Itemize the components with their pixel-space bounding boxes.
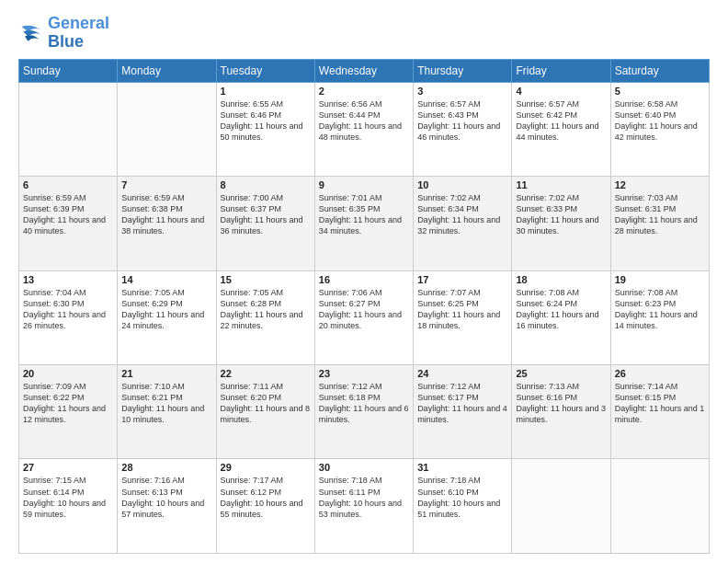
- calendar-cell: 2Sunrise: 6:56 AM Sunset: 6:44 PM Daylig…: [314, 82, 413, 176]
- calendar-cell: 8Sunrise: 7:00 AM Sunset: 6:37 PM Daylig…: [216, 177, 314, 270]
- day-number: 10: [417, 179, 507, 190]
- calendar-week-row: 6Sunrise: 6:59 AM Sunset: 6:39 PM Daylig…: [19, 177, 710, 270]
- calendar-cell: 21Sunrise: 7:10 AM Sunset: 6:21 PM Dayli…: [118, 365, 216, 459]
- calendar-cell: 1Sunrise: 6:55 AM Sunset: 6:46 PM Daylig…: [216, 82, 314, 176]
- day-info: Sunrise: 7:18 AM Sunset: 6:10 PM Dayligh…: [417, 475, 507, 520]
- day-info: Sunrise: 7:12 AM Sunset: 6:18 PM Dayligh…: [319, 381, 409, 426]
- day-number: 20: [23, 368, 113, 379]
- day-number: 19: [615, 274, 705, 285]
- day-info: Sunrise: 7:03 AM Sunset: 6:31 PM Dayligh…: [615, 192, 705, 237]
- calendar-day-header: Monday: [118, 59, 216, 82]
- day-number: 28: [121, 462, 211, 473]
- page: General Blue SundayMondayTuesdayWednesda…: [0, 0, 728, 563]
- day-info: Sunrise: 6:59 AM Sunset: 6:38 PM Dayligh…: [121, 192, 211, 237]
- day-number: 5: [615, 86, 705, 97]
- day-number: 3: [417, 86, 507, 97]
- calendar-cell: 10Sunrise: 7:02 AM Sunset: 6:34 PM Dayli…: [414, 177, 512, 270]
- calendar-cell: 25Sunrise: 7:13 AM Sunset: 6:16 PM Dayli…: [512, 365, 610, 459]
- header: General Blue: [18, 15, 710, 52]
- day-info: Sunrise: 7:05 AM Sunset: 6:28 PM Dayligh…: [221, 287, 311, 332]
- calendar-day-header: Saturday: [610, 59, 709, 82]
- calendar-cell: 30Sunrise: 7:18 AM Sunset: 6:11 PM Dayli…: [314, 459, 413, 554]
- day-number: 26: [615, 368, 705, 379]
- logo: General Blue: [18, 15, 109, 52]
- day-info: Sunrise: 7:08 AM Sunset: 6:24 PM Dayligh…: [516, 287, 606, 332]
- day-number: 25: [516, 368, 606, 379]
- calendar-cell: [19, 82, 118, 176]
- calendar-cell: 27Sunrise: 7:15 AM Sunset: 6:14 PM Dayli…: [19, 459, 118, 554]
- day-number: 17: [417, 274, 507, 285]
- calendar-cell: 26Sunrise: 7:14 AM Sunset: 6:15 PM Dayli…: [610, 365, 709, 459]
- calendar-cell: 12Sunrise: 7:03 AM Sunset: 6:31 PM Dayli…: [610, 177, 709, 270]
- day-number: 15: [221, 274, 311, 285]
- day-number: 29: [221, 462, 311, 473]
- calendar-day-header: Wednesday: [314, 59, 413, 82]
- day-info: Sunrise: 6:59 AM Sunset: 6:39 PM Dayligh…: [23, 192, 113, 237]
- calendar-cell: 16Sunrise: 7:06 AM Sunset: 6:27 PM Dayli…: [314, 270, 413, 364]
- day-number: 1: [221, 86, 311, 97]
- day-info: Sunrise: 7:00 AM Sunset: 6:37 PM Dayligh…: [221, 192, 311, 237]
- calendar-cell: 24Sunrise: 7:12 AM Sunset: 6:17 PM Dayli…: [414, 365, 512, 459]
- calendar-cell: 18Sunrise: 7:08 AM Sunset: 6:24 PM Dayli…: [512, 270, 610, 364]
- day-number: 9: [319, 179, 409, 190]
- day-info: Sunrise: 7:06 AM Sunset: 6:27 PM Dayligh…: [319, 287, 409, 332]
- calendar-cell: [512, 459, 610, 554]
- calendar-day-header: Friday: [512, 59, 610, 82]
- calendar-cell: 29Sunrise: 7:17 AM Sunset: 6:12 PM Dayli…: [216, 459, 314, 554]
- calendar-table: SundayMondayTuesdayWednesdayThursdayFrid…: [18, 59, 710, 554]
- logo-text: General Blue: [48, 15, 109, 52]
- calendar-cell: 19Sunrise: 7:08 AM Sunset: 6:23 PM Dayli…: [610, 270, 709, 364]
- day-info: Sunrise: 7:11 AM Sunset: 6:20 PM Dayligh…: [221, 381, 311, 426]
- day-number: 7: [121, 179, 211, 190]
- calendar-week-row: 13Sunrise: 7:04 AM Sunset: 6:30 PM Dayli…: [19, 270, 710, 364]
- calendar-cell: 14Sunrise: 7:05 AM Sunset: 6:29 PM Dayli…: [118, 270, 216, 364]
- calendar-header-row: SundayMondayTuesdayWednesdayThursdayFrid…: [19, 59, 710, 82]
- day-number: 14: [121, 274, 211, 285]
- calendar-cell: 13Sunrise: 7:04 AM Sunset: 6:30 PM Dayli…: [19, 270, 118, 364]
- calendar-week-row: 27Sunrise: 7:15 AM Sunset: 6:14 PM Dayli…: [19, 459, 710, 554]
- calendar-cell: 6Sunrise: 6:59 AM Sunset: 6:39 PM Daylig…: [19, 177, 118, 270]
- day-number: 6: [23, 179, 113, 190]
- day-info: Sunrise: 7:04 AM Sunset: 6:30 PM Dayligh…: [23, 287, 113, 332]
- day-number: 8: [221, 179, 311, 190]
- day-number: 2: [319, 86, 409, 97]
- day-info: Sunrise: 7:01 AM Sunset: 6:35 PM Dayligh…: [319, 192, 409, 237]
- day-info: Sunrise: 6:57 AM Sunset: 6:43 PM Dayligh…: [417, 98, 507, 144]
- day-info: Sunrise: 7:18 AM Sunset: 6:11 PM Dayligh…: [319, 475, 409, 520]
- calendar-cell: 7Sunrise: 6:59 AM Sunset: 6:38 PM Daylig…: [118, 177, 216, 270]
- calendar-cell: 28Sunrise: 7:16 AM Sunset: 6:13 PM Dayli…: [118, 459, 216, 554]
- calendar-cell: 11Sunrise: 7:02 AM Sunset: 6:33 PM Dayli…: [512, 177, 610, 270]
- day-number: 18: [516, 274, 606, 285]
- day-number: 22: [221, 368, 311, 379]
- day-number: 13: [23, 274, 113, 285]
- day-info: Sunrise: 6:57 AM Sunset: 6:42 PM Dayligh…: [516, 98, 606, 144]
- day-info: Sunrise: 7:09 AM Sunset: 6:22 PM Dayligh…: [23, 381, 113, 426]
- day-number: 16: [319, 274, 409, 285]
- day-info: Sunrise: 7:02 AM Sunset: 6:33 PM Dayligh…: [516, 192, 606, 237]
- calendar-cell: 23Sunrise: 7:12 AM Sunset: 6:18 PM Dayli…: [314, 365, 413, 459]
- calendar-day-header: Tuesday: [216, 59, 314, 82]
- day-info: Sunrise: 7:14 AM Sunset: 6:15 PM Dayligh…: [615, 381, 705, 426]
- calendar-week-row: 1Sunrise: 6:55 AM Sunset: 6:46 PM Daylig…: [19, 82, 710, 176]
- day-info: Sunrise: 7:02 AM Sunset: 6:34 PM Dayligh…: [417, 192, 507, 237]
- day-info: Sunrise: 6:58 AM Sunset: 6:40 PM Dayligh…: [615, 98, 705, 144]
- day-info: Sunrise: 6:56 AM Sunset: 6:44 PM Dayligh…: [319, 98, 409, 144]
- calendar-day-header: Thursday: [414, 59, 512, 82]
- calendar-cell: 4Sunrise: 6:57 AM Sunset: 6:42 PM Daylig…: [512, 82, 610, 176]
- calendar-cell: 31Sunrise: 7:18 AM Sunset: 6:10 PM Dayli…: [414, 459, 512, 554]
- calendar-cell: 3Sunrise: 6:57 AM Sunset: 6:43 PM Daylig…: [414, 82, 512, 176]
- calendar-cell: 20Sunrise: 7:09 AM Sunset: 6:22 PM Dayli…: [19, 365, 118, 459]
- day-number: 12: [615, 179, 705, 190]
- calendar-day-header: Sunday: [19, 59, 118, 82]
- calendar-cell: 5Sunrise: 6:58 AM Sunset: 6:40 PM Daylig…: [610, 82, 709, 176]
- calendar-cell: [118, 82, 216, 176]
- day-number: 27: [23, 462, 113, 473]
- calendar-cell: [610, 459, 709, 554]
- day-info: Sunrise: 7:13 AM Sunset: 6:16 PM Dayligh…: [516, 381, 606, 426]
- calendar-cell: 15Sunrise: 7:05 AM Sunset: 6:28 PM Dayli…: [216, 270, 314, 364]
- calendar-cell: 22Sunrise: 7:11 AM Sunset: 6:20 PM Dayli…: [216, 365, 314, 459]
- day-info: Sunrise: 7:05 AM Sunset: 6:29 PM Dayligh…: [121, 287, 211, 332]
- day-info: Sunrise: 7:12 AM Sunset: 6:17 PM Dayligh…: [417, 381, 507, 426]
- day-info: Sunrise: 7:10 AM Sunset: 6:21 PM Dayligh…: [121, 381, 211, 426]
- day-number: 31: [417, 462, 507, 473]
